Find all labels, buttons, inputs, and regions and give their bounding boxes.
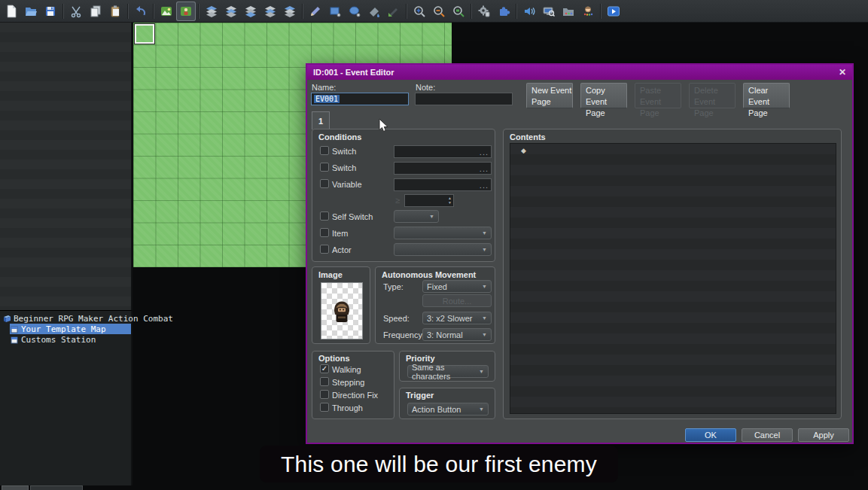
actor-dropdown[interactable]: ▼: [394, 243, 492, 256]
paste-icon[interactable]: [105, 2, 125, 21]
flood-fill-tool-icon[interactable]: [364, 2, 384, 21]
map-tree-item-customs-station[interactable]: Customs Station: [10, 334, 96, 345]
paste-event-page-button[interactable]: Paste Event Page: [635, 83, 681, 108]
map-tree-item-label: Customs Station: [21, 335, 96, 345]
switch-2-picker[interactable]: ...: [394, 162, 492, 175]
chevron-down-icon: ▼: [479, 406, 484, 412]
zoom-in-icon[interactable]: [410, 2, 429, 21]
event-image-picker[interactable]: [321, 282, 363, 339]
switch-1-picker[interactable]: ...: [394, 145, 492, 158]
checkbox-variable[interactable]: [320, 179, 329, 188]
shadow-pen-tool-icon[interactable]: [384, 2, 404, 21]
chevron-down-icon: ▼: [482, 247, 487, 252]
checkbox-item[interactable]: [320, 228, 329, 237]
speed-dropdown[interactable]: 3: x2 Slower▼: [422, 312, 492, 324]
ellipsis-button[interactable]: ...: [480, 164, 489, 173]
command-marker-icon[interactable]: ◆: [521, 147, 526, 154]
layer-1-icon[interactable]: [202, 2, 221, 21]
movement-type-dropdown[interactable]: Fixed▼: [422, 280, 492, 293]
toolbar-separator: [516, 4, 517, 19]
route-button[interactable]: Route...: [422, 294, 492, 307]
layer-4-icon[interactable]: [260, 2, 280, 21]
playtest-icon[interactable]: [604, 2, 623, 21]
new-event-page-button[interactable]: New Event Page: [526, 83, 573, 108]
conditions-group: Conditions Switch ... Switch ... Variabl…: [312, 129, 495, 262]
checkbox-stepping[interactable]: [320, 377, 329, 386]
apply-button[interactable]: Apply: [798, 428, 849, 442]
map-page-icon: [10, 336, 19, 344]
checkbox-through[interactable]: [320, 403, 329, 412]
trigger-header: Trigger: [406, 391, 434, 400]
copy-icon[interactable]: [86, 2, 105, 21]
cancel-button[interactable]: Cancel: [742, 428, 793, 442]
note-input[interactable]: [415, 93, 513, 105]
undo-icon[interactable]: [131, 2, 151, 21]
ok-button[interactable]: OK: [685, 428, 736, 442]
self-switch-dropdown[interactable]: ▼: [394, 210, 439, 223]
checkbox-walking[interactable]: ✓: [320, 364, 329, 373]
name-label: Name:: [312, 83, 336, 92]
main-toolbar: [0, 0, 868, 23]
resource-manager-icon[interactable]: [559, 2, 578, 21]
trigger-dropdown[interactable]: Action Button▼: [407, 403, 489, 415]
priority-dropdown[interactable]: Same as characters▼: [407, 365, 489, 378]
sound-test-icon[interactable]: [519, 2, 539, 21]
frequency-label: Frequency:: [383, 330, 425, 339]
mouse-cursor: [379, 119, 390, 135]
zoom-actual-icon[interactable]: [449, 2, 468, 21]
layer-2-icon[interactable]: [221, 2, 241, 21]
selected-event-tile[interactable]: [135, 24, 154, 44]
checkbox-direction-fix[interactable]: [320, 390, 329, 399]
ellipse-tool-icon[interactable]: [345, 2, 364, 21]
map-mode-icon[interactable]: [157, 2, 176, 21]
map-tree-item-template-map[interactable]: Your Template Map: [10, 324, 131, 334]
map-tree-item-project[interactable]: Beginner RPG Maker Action Combat: [2, 313, 173, 324]
checkbox-switch-1[interactable]: [320, 146, 329, 155]
event-page-tab-1[interactable]: 1: [312, 111, 330, 129]
pencil-tool-icon[interactable]: [306, 2, 325, 21]
conditions-header: Conditions: [318, 132, 361, 142]
gte-symbol: ≥: [395, 196, 400, 205]
event-searcher-icon[interactable]: [539, 2, 559, 21]
variable-value-spinner[interactable]: ▲▼: [404, 194, 454, 207]
variable-picker[interactable]: ...: [394, 178, 492, 191]
rectangle-tool-icon[interactable]: [325, 2, 345, 21]
tileset-palette[interactable]: [0, 23, 132, 310]
save-file-icon[interactable]: [41, 2, 60, 21]
switch-2-label: Switch: [332, 163, 356, 172]
toolbar-separator: [600, 4, 602, 19]
frequency-dropdown[interactable]: 3: Normal▼: [422, 328, 492, 341]
item-dropdown[interactable]: ▼: [394, 227, 492, 239]
delete-event-page-button[interactable]: Delete Event Page: [689, 83, 736, 108]
name-input[interactable]: EV001: [311, 93, 409, 105]
checkbox-self-switch[interactable]: [320, 212, 329, 221]
rpg-maker-window: Beginner RPG Maker Action Combat Your Te…: [0, 0, 868, 490]
ellipsis-button[interactable]: ...: [480, 148, 489, 157]
layer-5-icon[interactable]: [280, 2, 300, 21]
close-icon[interactable]: ✕: [839, 68, 846, 77]
direction-fix-label: Direction Fix: [332, 391, 378, 400]
checkbox-actor[interactable]: [320, 245, 329, 254]
clear-event-page-button[interactable]: Clear Event Page: [743, 83, 790, 108]
options-group: Options ✓ Walking Stepping Direction Fix…: [312, 351, 394, 419]
map-tree: Beginner RPG Maker Action Combat Your Te…: [0, 310, 132, 485]
layer-3-icon[interactable]: [241, 2, 260, 21]
open-file-icon[interactable]: [21, 2, 41, 21]
cut-icon[interactable]: [66, 2, 86, 21]
plugin-manager-icon[interactable]: [494, 2, 513, 21]
map-tree-item-label: Beginner RPG Maker Action Combat: [14, 314, 173, 324]
zoom-out-icon[interactable]: [429, 2, 449, 21]
event-commands-list[interactable]: ◆: [510, 143, 836, 414]
dialog-title-bar[interactable]: ID:001 - Event Editor ✕: [307, 65, 852, 80]
chevron-down-icon: ▼: [429, 214, 434, 219]
checkbox-switch-2[interactable]: [320, 163, 329, 172]
event-mode-icon[interactable]: [176, 2, 196, 21]
database-icon[interactable]: [474, 2, 494, 21]
bottom-tab-2[interactable]: [30, 485, 83, 490]
spinner-down-icon[interactable]: ▼: [448, 201, 452, 205]
copy-event-page-button[interactable]: Copy Event Page: [580, 83, 627, 108]
new-file-icon[interactable]: [2, 2, 21, 21]
ellipsis-button[interactable]: ...: [480, 181, 489, 190]
bottom-tab-1[interactable]: [2, 485, 29, 490]
character-generator-icon[interactable]: [578, 2, 598, 21]
